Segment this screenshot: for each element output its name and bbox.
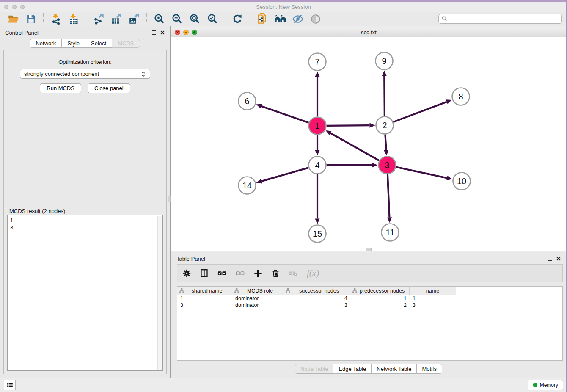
node-label: 3 [385,160,389,170]
table-row[interactable]: 3dominator323 [177,302,562,309]
node-table[interactable]: shared nameMCDS rolesuccessor nodesprede… [177,286,563,361]
task-history-button[interactable] [4,380,16,390]
close-panel-icon[interactable] [160,30,165,35]
memory-button[interactable]: Memory [528,380,563,390]
export-image-icon[interactable] [127,13,141,25]
graph-edge-1-2[interactable] [326,125,369,126]
column-header-MCDS-role[interactable]: MCDS role [232,287,284,295]
graph-edge-4-14[interactable] [261,168,308,181]
add-row-icon[interactable] [253,269,263,278]
toolbar-separator [43,13,44,25]
network-view-window: scc.txt 7968124314101511 [171,28,566,251]
main-toolbar [0,12,566,26]
mcds-result-group: MCDS result (2 nodes) 1 3 [6,208,164,372]
network-window-titlebar[interactable]: scc.txt [171,28,566,37]
import-table-icon[interactable] [67,13,80,25]
float-table-panel-icon[interactable] [548,257,552,261]
column-header-shared-name[interactable]: shared name [177,287,232,295]
toolbar-separator [250,13,250,25]
zoom-in-icon[interactable] [152,13,166,25]
criterion-select[interactable]: strongly connected component [20,69,150,79]
graph-edge-3-10[interactable] [396,167,447,178]
tab-select[interactable]: Select [85,39,112,48]
save-session-icon[interactable] [24,13,38,25]
memory-label: Memory [540,382,558,388]
network-canvas[interactable]: 7968124314101511 [171,37,566,250]
tab-style[interactable]: Style [61,39,85,48]
toggle-panel-icon[interactable] [309,13,322,25]
deselect-all-icon[interactable] [235,268,245,278]
edge-arrowhead [256,104,262,108]
select-all-icon[interactable] [217,268,227,278]
reset-view-home-icon[interactable] [273,13,287,25]
zoom-out-icon[interactable] [170,13,184,25]
edge-arrowhead [372,163,378,167]
float-panel-icon[interactable] [152,30,156,35]
close-panel-button[interactable]: Close panel [88,83,130,93]
column-header-name[interactable]: name [410,287,456,295]
graph-edge-2-9[interactable] [384,76,385,116]
optimization-criterion-label: Optimization criterion: [4,59,166,65]
edge-arrowhead [387,217,392,223]
tab-mcds[interactable]: MCDS [112,39,140,48]
graph-edge-3-1[interactable] [330,133,379,160]
function-builder-icon[interactable]: f(x) [307,268,319,279]
open-session-icon[interactable] [6,13,20,25]
show-column-icon[interactable] [200,269,209,278]
graph-edge-2-8[interactable] [393,102,447,122]
column-header-successor-nodes[interactable]: successor nodes [284,287,350,295]
criterion-value: strongly connected component [24,71,99,77]
table-panel: Table Panel f(x) shared nameMCDS role [171,252,566,378]
export-table-icon[interactable] [110,13,123,25]
control-panel: Control Panel NetworkStyleSelectMCDS Opt… [0,26,171,378]
table-settings-gear-icon[interactable] [182,269,191,278]
tab-node-table[interactable]: Node Table [295,364,334,374]
graph-edge-3-11[interactable] [388,174,389,217]
tab-motifs[interactable]: Motifs [416,364,442,374]
apply-preferred-layout-icon[interactable] [231,13,244,25]
close-table-panel-icon[interactable] [556,256,561,261]
select-stepper-icon [140,71,146,77]
export-network-icon[interactable] [92,13,105,25]
tab-edge-table[interactable]: Edge Table [333,364,372,374]
column-header-predecessor-nodes[interactable]: predecessor nodes [350,287,410,295]
edge-arrowhead [382,70,387,76]
node-label: 8 [458,92,463,101]
search-box[interactable] [438,14,562,24]
delete-row-trash-icon[interactable] [271,269,280,278]
zoom-fit-icon[interactable] [188,13,201,25]
graph-edge-1-6[interactable] [261,106,309,123]
delete-table-icon[interactable] [289,268,298,278]
vertical-splitter-handle[interactable] [366,248,372,251]
hierarchy-icon [179,288,184,293]
result-scrollbar[interactable] [157,216,162,370]
edge-arrowhead [446,176,452,180]
edge-arrowhead [315,72,319,77]
window-title: Session: New Session [0,4,567,10]
mcds-result-area[interactable]: 1 3 [7,215,163,371]
import-network-icon[interactable] [49,13,63,25]
hierarchy-icon [286,288,290,293]
control-panel-title: Control Panel [5,30,39,36]
zoom-selected-icon[interactable] [206,13,219,25]
tab-network[interactable]: Network [30,39,62,48]
table-cell: 4 [284,295,350,301]
table-row[interactable]: 1dominator411 [177,295,562,302]
node-label: 7 [315,57,319,66]
table-toolbar: f(x) [177,264,563,282]
tab-network-table[interactable]: Network Table [371,364,417,374]
node-label: 14 [242,181,252,190]
table-tabs: Node TableEdge TableNetwork TableMotifs [171,364,566,374]
run-mcds-button[interactable]: Run MCDS [40,83,81,93]
search-input[interactable] [449,16,559,22]
table-cell: 1 [350,295,410,301]
toolbar-separator [146,13,147,25]
hide-panels-eye-slash-icon[interactable] [291,13,305,25]
graph-edge-2-3[interactable] [385,134,386,150]
open-network-file-icon[interactable] [256,13,269,25]
horizontal-splitter-handle[interactable] [168,196,171,202]
edge-arrowhead [256,179,262,184]
titlebar: Session: New Session [0,2,567,12]
table-cell: 3 [177,302,232,308]
toolbar-separator [86,13,86,25]
